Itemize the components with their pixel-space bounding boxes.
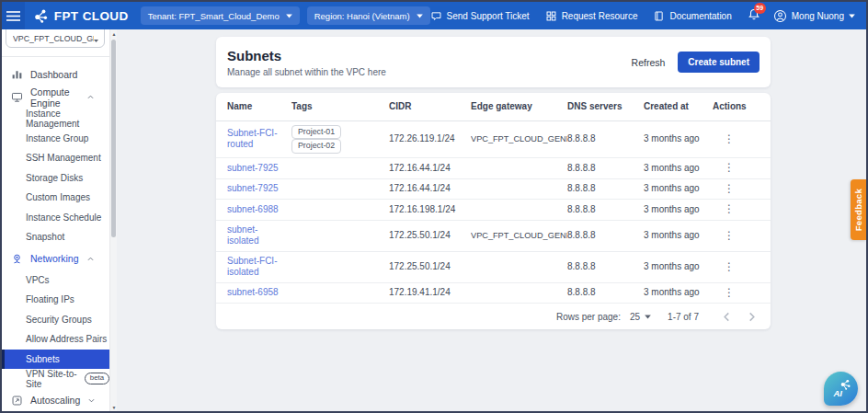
row-actions-button[interactable]: ⋮ [713,133,735,144]
edge-gateway-cell: VPC_FPT_CLOUD_GENERAL [471,220,567,251]
subnets-table-card: NameTagsCIDREdge gatewayDNS serversCreat… [216,93,771,329]
rows-per-page-label: Rows per page: [556,312,621,322]
tag-chip: Project-01 [291,125,341,140]
topbar-link-send-support-ticket[interactable]: Send Support Ticket [430,10,530,22]
sidebar-item-label: Dashboard [30,69,77,80]
chevron-up-icon [86,255,95,263]
dashboard-icon [11,68,23,80]
scroll-up-arrow-icon[interactable]: ▲ [110,29,117,38]
subnet-name-link[interactable]: subnet-isolated [227,224,258,247]
cidr-cell: 172.16.44.1/24 [389,158,471,179]
sidebar-item-label: Compute Engine [30,86,79,109]
table-row: subnet-isolated172.25.50.1/24VPC_FPT_CLO… [216,220,771,251]
rows-per-page-value: 25 [630,312,640,322]
dns-cell: 8.8.8.8 [567,178,644,200]
subnet-name-link[interactable]: subnet-6958 [227,287,279,297]
subnet-name-link[interactable]: Subnet-FCI-isolated [227,256,277,278]
page-title: Subnets [227,48,386,63]
page-header-card: Subnets Manage all subnet within the VPC… [216,37,771,87]
subnet-name-link[interactable]: Subnet-FCI-routed [227,128,277,150]
sidebar-item-label: VPN Site-to-Site [26,369,80,389]
row-actions-button[interactable]: ⋮ [713,230,735,241]
sidebar-item-label: Snapshot [26,232,64,242]
sidebar-item-networking[interactable]: Networking [2,247,109,270]
sidebar-item-vpn-site-to-site[interactable]: VPN Site-to-Sitebeta [2,369,109,389]
next-page-button[interactable] [739,312,765,322]
refresh-button[interactable]: Refresh [632,57,666,68]
sidebar-item-instance-schedule[interactable]: Instance Schedule [2,208,109,228]
table-row: Subnet-FCI-isolated172.25.50.1/248.8.8.8… [216,251,771,282]
feedback-tab[interactable]: Feedback [851,179,866,240]
feedback-label: Feedback [853,189,863,231]
sidebar-item-custom-images[interactable]: Custom Images [2,188,109,208]
edge-gateway-cell [471,178,567,200]
topbar-link-label: Send Support Ticket [447,11,530,21]
row-actions-button[interactable]: ⋮ [713,203,735,214]
notifications-button[interactable]: 59 [748,7,760,25]
topbar-links: Send Support TicketRequest ResourceDocum… [430,10,732,22]
user-avatar-icon [773,9,787,23]
created-at-cell: 3 months ago [644,220,713,251]
subnet-name-link[interactable]: subnet-7925 [227,163,279,173]
topbar-link-documentation[interactable]: Documentation [653,10,731,22]
scroll-down-arrow-icon[interactable]: ▼ [110,403,117,411]
row-actions-button[interactable]: ⋮ [713,261,735,272]
sidebar-item-storage-disks[interactable]: Storage Disks [2,168,109,189]
topbar-link-request-resource[interactable]: Request Resource [545,10,638,22]
sidebar-scrollbar[interactable]: ▲ ▼ [109,29,117,411]
vpc-selector-dropdown[interactable]: VPC_FPT_CLOUD_GENERAL [6,29,105,48]
dns-cell: 8.8.8.8 [567,220,644,251]
sidebar-item-compute-engine[interactable]: Compute Engine [2,86,109,109]
sidebar-item-dashboard[interactable]: Dashboard [2,63,109,86]
scrollbar-thumb[interactable] [111,40,116,237]
edge-gateway-cell: VPC_FPT_CLOUD_GENERAL [471,120,567,158]
subnets-table: NameTagsCIDREdge gatewayDNS serversCreat… [216,93,771,304]
sidebar-item-label: Custom Images [26,192,90,202]
topbar-link-label: Documentation [669,11,731,21]
sidebar-item-floating-ips[interactable]: Floating IPs [2,290,109,310]
column-header-name: Name [216,93,291,120]
sidebar-menu: DashboardCompute EngineInstance Manageme… [2,63,109,411]
cidr-cell: 172.16.44.1/24 [389,178,471,200]
create-subnet-button[interactable]: Create subnet [678,52,760,73]
dns-cell: 8.8.8.8 [567,282,644,304]
row-actions-button[interactable]: ⋮ [713,162,735,173]
row-actions-button[interactable]: ⋮ [713,287,735,298]
sidebar-item-allow-address-pairs[interactable]: Allow Address Pairs [2,329,109,350]
sidebar-item-snapshot[interactable]: Snapshot [2,227,109,247]
fpt-cloud-logo[interactable]: FPT CLOUD [33,8,129,24]
tenant-selector[interactable]: Tenant: FPT_Smart_Cloud_Demo [141,6,300,25]
sidebar-item-instance-management[interactable]: Instance Management [2,109,109,129]
request-resource-icon [545,10,557,22]
logo-text: FPT CLOUD [54,9,129,23]
sidebar-item-ssh-management[interactable]: SSH Management [2,148,109,168]
region-selector[interactable]: Region: Hanoi (Vietnam) [307,6,430,25]
sidebar-item-autoscaling[interactable]: Autoscaling [2,389,109,412]
dns-cell: 8.8.8.8 [567,120,644,158]
actions-cell: ⋮ [713,251,771,282]
row-actions-button[interactable]: ⋮ [713,183,735,194]
sidebar-item-label: Instance Group [26,133,88,143]
beta-badge: beta [85,373,109,384]
sidebar-item-vpcs[interactable]: VPCs [2,270,109,291]
support-ticket-icon [430,10,442,22]
vpc-selector-value: VPC_FPT_CLOUD_GENERAL [13,34,94,43]
ai-assistant-icon: AI [830,378,852,400]
chevron-left-icon [723,312,730,322]
sidebar-item-security-groups[interactable]: Security Groups [2,310,109,330]
user-menu[interactable]: Mong Nuong [773,9,855,23]
hamburger-menu-button[interactable] [2,2,25,29]
subnet-name-link[interactable]: subnet-6988 [227,204,279,214]
previous-page-button[interactable] [714,312,739,322]
ai-assistant-button[interactable]: AI [824,372,858,406]
rows-per-page-select[interactable]: 25 [630,312,651,322]
main-content: Subnets Manage all subnet within the VPC… [117,29,866,411]
sidebar-item-subnets[interactable]: Subnets [2,350,109,370]
tag-chip: Project-02 [291,139,341,154]
sidebar-item-label: Subnets [26,354,60,364]
column-header-actions: Actions [713,93,771,120]
actions-cell: ⋮ [713,120,771,158]
subnet-name-link[interactable]: subnet-7925 [227,183,279,193]
sidebar-item-instance-group[interactable]: Instance Group [2,129,109,149]
sidebar: VPC_FPT_CLOUD_GENERAL DashboardCompute E… [2,29,117,411]
